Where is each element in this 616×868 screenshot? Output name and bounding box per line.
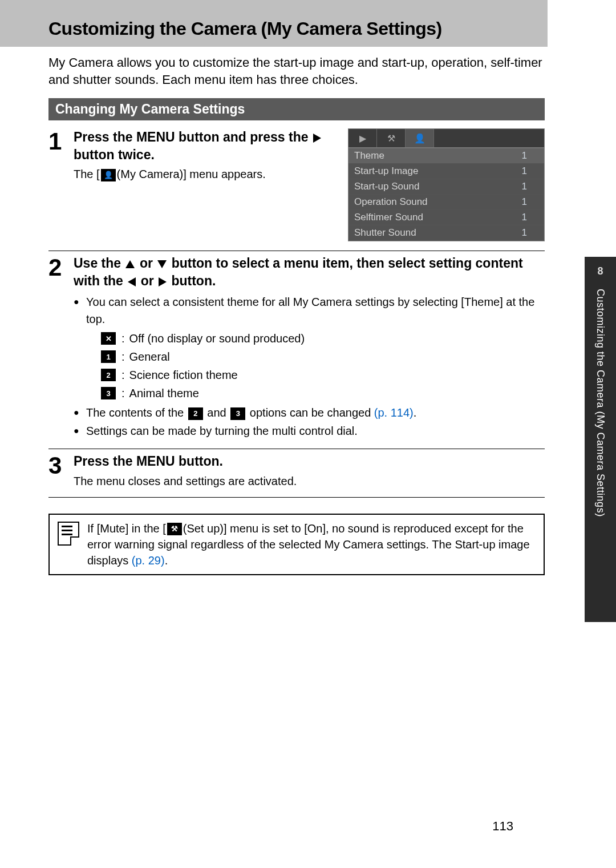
menu-value: 1 bbox=[522, 150, 527, 162]
step-1-sub: The [👤(My Camera)] menu appears. bbox=[74, 166, 347, 182]
text: button. bbox=[171, 273, 216, 288]
text: Press the MENU button and press the bbox=[74, 130, 309, 144]
arrow-right-icon bbox=[159, 277, 167, 286]
note-icon bbox=[58, 522, 79, 546]
note-box: If [Mute] in the [⚒(Set up)] menu is set… bbox=[48, 514, 545, 575]
step-body: Use the or button to select a menu item,… bbox=[74, 255, 545, 441]
theme-2-icon: 2 bbox=[101, 369, 116, 381]
chapter-label: Customizing the Camera (My Camera Settin… bbox=[594, 289, 606, 517]
theme-list: ✕ : Off (no display or sound produced) 1… bbox=[100, 330, 545, 402]
text: You can select a consistent theme for al… bbox=[86, 296, 534, 325]
step-3-instruction: Press the MENU button. bbox=[74, 453, 545, 470]
theme-3-icon: 3 bbox=[230, 407, 245, 420]
menu-label: Theme bbox=[354, 150, 384, 162]
menu-value: 1 bbox=[522, 212, 527, 223]
text: The [ bbox=[74, 168, 100, 180]
menu-row: Operation Sound1 bbox=[348, 195, 544, 210]
step-3: 3 Press the MENU button. The menu closes… bbox=[48, 449, 545, 497]
text: or bbox=[140, 256, 153, 271]
page-title: Customizing the Camera (My Camera Settin… bbox=[48, 18, 442, 39]
tab-play-icon: ▶ bbox=[348, 129, 377, 147]
arrow-down-icon bbox=[157, 260, 167, 268]
theme-off: ✕ : Off (no display or sound produced) bbox=[100, 330, 545, 347]
text: Animal theme bbox=[129, 385, 199, 402]
menu-label: Start-up Sound bbox=[354, 181, 419, 192]
my-camera-icon: 👤 bbox=[101, 169, 116, 181]
step-3-sub: The menu closes and settings are activat… bbox=[74, 473, 545, 489]
menu-label: Selftimer Sound bbox=[354, 212, 423, 223]
page-reference[interactable]: (p. 114) bbox=[374, 406, 414, 419]
text: General bbox=[129, 348, 170, 365]
screenshot-rows: Theme1 Start-up Image1 Start-up Sound1 O… bbox=[348, 148, 544, 241]
text: or bbox=[141, 273, 154, 288]
intro-paragraph: My Camera allows you to customize the st… bbox=[48, 54, 545, 88]
step-number: 3 bbox=[48, 453, 74, 488]
step-number: 2 bbox=[48, 255, 74, 441]
text: and bbox=[207, 406, 226, 419]
text: button twice. bbox=[74, 147, 155, 162]
text: Use the bbox=[74, 256, 121, 271]
text: If [Mute] in the [ bbox=[87, 522, 166, 535]
theme-1-icon: 1 bbox=[101, 350, 116, 363]
steps-list: 1 Press the MENU button and press the bu… bbox=[48, 125, 545, 497]
camera-menu-screenshot: ▶ ⚒ 👤 Theme1 Start-up Image1 Start-up So… bbox=[348, 128, 545, 241]
menu-row: Selftimer Sound1 bbox=[348, 210, 544, 225]
section-header: Changing My Camera Settings bbox=[48, 98, 545, 120]
page-reference[interactable]: (p. 29) bbox=[132, 554, 165, 567]
theme-animal: 3 : Animal theme bbox=[100, 385, 545, 402]
step-body: Press the MENU button and press the butt… bbox=[74, 128, 545, 243]
step-2-bullets: You can select a consistent theme for al… bbox=[74, 293, 545, 439]
arrow-right-icon bbox=[313, 134, 321, 143]
bullet: You can select a consistent theme for al… bbox=[74, 293, 545, 402]
setup-icon: ⚒ bbox=[167, 523, 182, 535]
theme-general: 1 : General bbox=[100, 348, 545, 365]
content-area: My Camera allows you to customize the st… bbox=[48, 54, 545, 575]
text: The contents of the bbox=[86, 406, 184, 419]
theme-3-icon: 3 bbox=[101, 387, 116, 399]
step-1-instruction: Press the MENU button and press the butt… bbox=[74, 128, 347, 164]
menu-value: 1 bbox=[522, 165, 527, 177]
menu-label: Start-up Image bbox=[354, 165, 418, 177]
step-2-instruction: Use the or button to select a menu item,… bbox=[74, 255, 545, 290]
text: Science fiction theme bbox=[129, 366, 238, 383]
text: (My Camera)] menu appears. bbox=[117, 168, 266, 180]
note-text: If [Mute] in the [⚒(Set up)] menu is set… bbox=[87, 520, 536, 568]
menu-label: Operation Sound bbox=[354, 196, 428, 208]
step-number: 1 bbox=[48, 128, 74, 243]
chapter-number: 8 bbox=[597, 265, 603, 277]
menu-value: 1 bbox=[522, 181, 527, 192]
tab-setup-icon: ⚒ bbox=[377, 129, 406, 147]
text: Off (no display or sound produced) bbox=[129, 330, 305, 347]
menu-row: Start-up Sound1 bbox=[348, 179, 544, 195]
bullet: The contents of the 2 and 3 options can … bbox=[74, 404, 545, 421]
screenshot-tabs: ▶ ⚒ 👤 bbox=[348, 129, 544, 148]
theme-2-icon: 2 bbox=[188, 407, 203, 420]
text: . bbox=[165, 554, 168, 567]
text: options can be changed bbox=[250, 406, 371, 419]
menu-row: Theme1 bbox=[348, 148, 544, 164]
text: . bbox=[414, 406, 417, 419]
arrow-up-icon bbox=[125, 260, 135, 268]
menu-row: Shutter Sound1 bbox=[348, 225, 544, 241]
step-body: Press the MENU button. The menu closes a… bbox=[74, 453, 545, 488]
step-1: 1 Press the MENU button and press the bu… bbox=[48, 125, 545, 251]
step-2: 2 Use the or button to select a menu ite… bbox=[48, 251, 545, 449]
menu-value: 1 bbox=[522, 196, 527, 208]
arrow-left-icon bbox=[128, 277, 136, 286]
manual-page: 8 Customizing the Camera (My Camera Sett… bbox=[0, 0, 616, 868]
tab-mycamera-icon: 👤 bbox=[406, 129, 434, 147]
chapter-side-tab: 8 Customizing the Camera (My Camera Sett… bbox=[585, 257, 616, 622]
page-number: 113 bbox=[492, 819, 513, 834]
off-icon: ✕ bbox=[101, 332, 116, 345]
menu-value: 1 bbox=[522, 227, 527, 239]
bullet: Settings can be made by turning the mult… bbox=[74, 422, 545, 439]
menu-label: Shutter Sound bbox=[354, 227, 416, 239]
theme-scifi: 2 : Science fiction theme bbox=[100, 366, 545, 383]
menu-row: Start-up Image1 bbox=[348, 164, 544, 179]
